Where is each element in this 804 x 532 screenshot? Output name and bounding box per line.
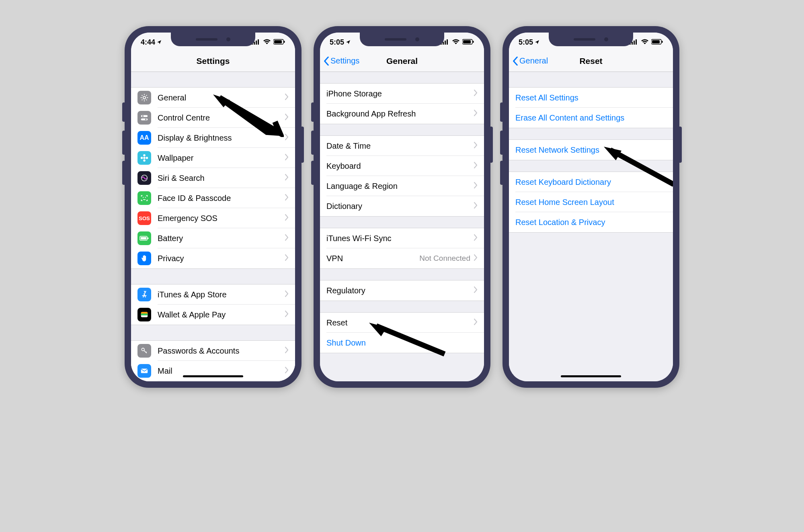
chevron-left-icon [323,57,330,65]
svg-point-14 [143,160,146,162]
notch [549,33,633,46]
battery-icon [462,38,474,47]
list-row[interactable]: Reset [320,313,484,333]
list-row[interactable]: iTunes & App Store [131,284,295,305]
list-row[interactable]: Dictionary [320,196,484,216]
row-label: iTunes Wi-Fi Sync [326,234,474,243]
svg-rect-8 [141,115,148,117]
content-list[interactable]: GeneralControl CentreAADisplay & Brightn… [131,72,295,381]
back-button[interactable]: Settings [323,56,359,65]
list-row[interactable]: Background App Refresh [320,104,484,124]
svg-rect-21 [141,237,146,239]
chevron-right-icon [285,174,289,182]
row-label: Regulatory [326,286,474,295]
list-row[interactable]: iPhone Storage [320,84,484,104]
svg-point-7 [143,96,146,99]
list-row[interactable]: Regulatory [320,280,484,301]
row-label: General [158,93,285,102]
list-row[interactable]: Siri & Search [131,168,295,188]
row-label: Privacy [158,254,285,263]
phone-general: 5:05 Settings General iPhone Storag [314,26,490,388]
status-time: 5:05 [519,38,533,47]
phone-settings: 4:44 Settings GeneralControl CentreAADis… [125,26,302,388]
svg-rect-5 [274,40,282,43]
home-indicator [561,375,621,377]
svg-rect-42 [636,39,637,45]
chevron-right-icon [285,114,289,122]
content-list[interactable]: iPhone StorageBackground App Refresh Dat… [320,72,484,381]
list-row[interactable]: VPNNot Connected [320,248,484,268]
chevron-right-icon [285,254,289,262]
list-row[interactable]: Erase All Content and Settings [509,108,673,128]
list-row[interactable]: Wallet & Apple Pay [131,305,295,325]
back-button[interactable]: General [512,56,548,65]
row-label: Keyboard [326,162,474,171]
list-row[interactable]: Passwords & Accounts [131,341,295,361]
location-icon [346,38,351,47]
list-row[interactable]: Reset All Settings [509,88,673,108]
svg-point-18 [143,197,144,198]
list-row[interactable]: General [131,88,295,108]
list-row[interactable]: Reset Home Screen Layout [509,192,673,212]
row-label: Erase All Content and Settings [515,113,667,123]
chevron-right-icon [474,142,478,150]
svg-rect-36 [463,40,471,43]
svg-rect-44 [652,40,660,43]
svg-rect-27 [141,369,148,373]
list-row[interactable]: Keyboard [320,156,484,176]
chevron-left-icon [512,57,519,65]
row-label: Battery [158,234,285,243]
home-indicator [183,375,243,377]
list-row[interactable]: Battery [131,228,295,248]
content-list[interactable]: Reset All SettingsErase All Content and … [509,72,673,381]
nav-bar: General Reset [509,50,673,72]
list-row[interactable]: Wallpaper [131,148,295,168]
status-time: 5:05 [330,38,344,47]
svg-rect-33 [445,41,446,45]
back-label: Settings [330,56,359,65]
list-row[interactable]: Shut Down [320,333,484,353]
chevron-right-icon [285,154,289,162]
list-row[interactable]: Reset Location & Privacy [509,212,673,232]
list-row[interactable]: Control Centre [131,108,295,128]
nav-bar: Settings General [320,50,484,72]
svg-point-26 [142,348,144,351]
gear-icon [137,91,151,104]
list-row[interactable]: Contacts [131,381,295,381]
svg-rect-45 [662,41,663,43]
svg-rect-41 [634,41,635,45]
list-row[interactable]: iTunes Wi-Fi Sync [320,228,484,248]
row-label: Reset Home Screen Layout [515,198,667,207]
row-label: iTunes & App Store [158,290,285,299]
battery-icon [651,38,663,47]
faceid-icon [137,191,151,205]
aa-icon: AA [137,131,151,145]
chevron-right-icon [474,90,478,98]
svg-rect-6 [284,41,285,43]
svg-rect-2 [256,41,257,45]
svg-point-15 [141,157,143,159]
list-row[interactable]: AADisplay & Brightness [131,128,295,148]
row-label: Emergency SOS [158,214,285,223]
row-label: Reset [326,318,474,327]
row-label: Display & Brightness [158,133,285,143]
list-row[interactable]: Privacy [131,248,295,268]
row-label: Wallpaper [158,153,285,163]
row-label: iPhone Storage [326,89,474,98]
list-row[interactable]: Reset Network Settings [509,140,673,160]
list-row[interactable]: SOSEmergency SOS [131,208,295,228]
list-row[interactable]: Face ID & Passcode [131,188,295,208]
toggles-icon [137,111,151,125]
chevron-right-icon [285,311,289,319]
list-row[interactable]: Date & Time [320,136,484,156]
list-row[interactable]: Language & Region [320,176,484,196]
svg-point-10 [142,115,144,117]
svg-rect-9 [141,119,148,121]
row-label: Passwords & Accounts [158,346,285,356]
list-row[interactable]: Reset Keyboard Dictionary [509,172,673,192]
list-row[interactable]: Mail [131,361,295,381]
phone-reset: 5:05 General Reset Reset All Settin [503,26,679,388]
row-label: Face ID & Passcode [158,194,285,203]
row-label: Reset Network Settings [515,145,667,155]
chevron-right-icon [474,319,478,327]
